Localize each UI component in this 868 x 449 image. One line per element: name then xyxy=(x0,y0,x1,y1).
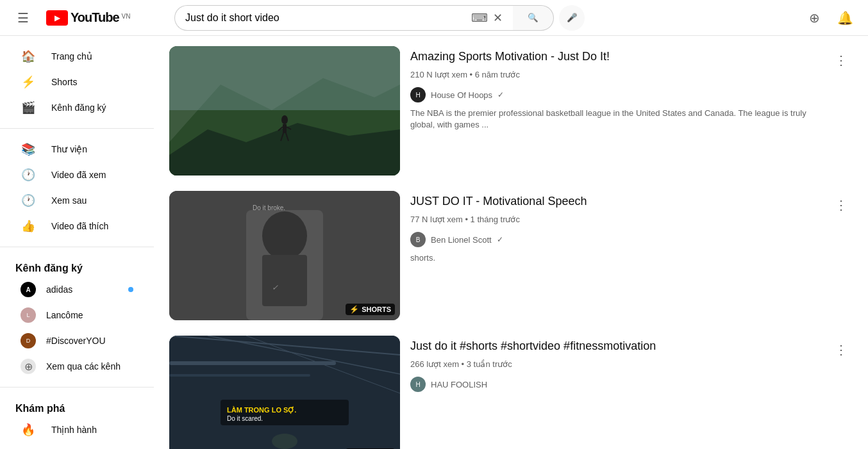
sidebar-label-subscriptions: Kênh đăng ký xyxy=(51,102,106,113)
header-left: ☰ YouTube VN xyxy=(10,5,164,31)
video-desc-2: shorts. xyxy=(410,252,830,264)
more-options-button-1[interactable]: ⋮ xyxy=(830,49,853,72)
sidebar-item-history[interactable]: 🕐 Video đã xem xyxy=(5,162,149,188)
sidebar-item-watch-later[interactable]: 🕐 Xem sau xyxy=(5,188,149,213)
more-options-button-3[interactable]: ⋮ xyxy=(830,338,853,361)
channel-initials-3: H xyxy=(415,381,420,388)
channel-initials-2: B xyxy=(416,236,421,243)
svg-text:Do it scared.: Do it scared. xyxy=(227,415,263,422)
subscriptions-icon: 🎬 xyxy=(21,100,36,115)
video-desc-1: The NBA is the premier professional bask… xyxy=(410,108,830,131)
sidebar-label-home: Trang chủ xyxy=(51,51,92,61)
sidebar-label-watch-later: Xem sau xyxy=(51,195,87,206)
sidebar-item-music[interactable]: 🎵 Âm nhạc xyxy=(5,443,149,449)
svg-text:LÀM TRONG LO SỢ.: LÀM TRONG LO SỢ. xyxy=(227,406,296,414)
video-title-3[interactable]: Just do it #shorts #shortvideo #fitnessm… xyxy=(410,338,830,354)
clear-icon[interactable]: ✕ xyxy=(493,11,503,25)
search-input-wrap: Just do it short video ⌨ ✕ xyxy=(174,5,513,31)
sidebar: 🏠 Trang chủ ⚡ Shorts 🎬 Kênh đăng ký 📚 Th… xyxy=(0,36,154,449)
adidas-avatar: A xyxy=(21,282,36,297)
video-age-2: 1 tháng trước xyxy=(471,215,520,224)
see-all-icon: ⊕ xyxy=(21,359,36,374)
lancome-avatar: L xyxy=(21,307,36,323)
notification-button[interactable]: 🔔 xyxy=(832,5,858,31)
mic-icon: 🎤 xyxy=(567,13,578,22)
sidebar-item-trending[interactable]: 🔥 Thịnh hành xyxy=(5,417,149,443)
keyboard-icon[interactable]: ⌨ xyxy=(471,11,488,25)
trending-label: Thịnh hành xyxy=(51,425,97,435)
video-title-2[interactable]: JUST DO IT - Motivational Speech xyxy=(410,193,830,209)
voice-search-button[interactable]: 🎤 xyxy=(559,5,585,31)
channel-name-3[interactable]: HAU FOOLISH xyxy=(431,380,487,389)
svg-text:Do it broke.: Do it broke. xyxy=(253,204,285,211)
channel-row-3: H HAU FOOLISH xyxy=(410,377,830,392)
sidebar-item-subscriptions[interactable]: 🎬 Kênh đăng ký xyxy=(5,95,149,120)
svg-rect-21 xyxy=(169,374,310,377)
video-info-2: JUST DO IT - Motivational Speech 77 N lư… xyxy=(410,191,853,320)
separator-1: • xyxy=(470,70,475,79)
channel-name-1[interactable]: House Of Hoops xyxy=(431,90,492,100)
video-age-1: 6 năm trước xyxy=(475,70,520,79)
channel-avatar-1[interactable]: H xyxy=(410,87,426,102)
sidebar-divider-1 xyxy=(0,128,154,129)
svg-rect-13 xyxy=(262,255,307,306)
create-icon: ⊕ xyxy=(809,10,820,26)
hamburger-icon: ☰ xyxy=(17,10,29,26)
create-button[interactable]: ⊕ xyxy=(801,5,827,31)
see-all-label: Xem qua các kênh xyxy=(46,361,121,371)
sidebar-item-liked[interactable]: 👍 Video đã thích xyxy=(5,213,149,239)
video-item: Amazing Sports Motivation - Just Do It! … xyxy=(169,46,853,176)
sidebar-label-liked: Video đã thích xyxy=(51,221,108,231)
discoveryou-avatar: D xyxy=(21,333,36,348)
shorts-lightning-icon-2: ⚡ xyxy=(349,305,359,314)
sidebar-label-shorts: Shorts xyxy=(51,77,77,87)
channel-row-1: H House Of Hoops ✓ xyxy=(410,87,830,102)
video-title-1[interactable]: Amazing Sports Motivation - Just Do It! xyxy=(410,49,830,65)
logo[interactable]: YouTube VN xyxy=(46,10,130,26)
liked-icon: 👍 xyxy=(21,218,36,234)
channel-avatar-2[interactable]: B xyxy=(410,232,426,247)
video-info-3: Just do it #shorts #shortvideo #fitnessm… xyxy=(410,336,853,449)
video-details-2: JUST DO IT - Motivational Speech 77 N lư… xyxy=(410,193,830,264)
menu-button[interactable]: ☰ xyxy=(10,5,36,31)
video-item-3: LÀM TRONG LO SỢ. Do it scared. ⚡ SHORTS … xyxy=(169,336,853,449)
view-count-2: 77 N lượt xem xyxy=(410,215,463,224)
trending-icon: 🔥 xyxy=(21,422,36,437)
channel-row-2: B Ben Lionel Scott ✓ xyxy=(410,232,830,247)
video-thumbnail-3[interactable]: LÀM TRONG LO SỢ. Do it scared. ⚡ SHORTS xyxy=(169,336,400,449)
layout: 🏠 Trang chủ ⚡ Shorts 🎬 Kênh đăng ký 📚 Th… xyxy=(0,0,868,449)
search-input[interactable]: Just do it short video xyxy=(185,12,471,24)
notification-icon: 🔔 xyxy=(837,10,853,26)
video-thumbnail-1[interactable] xyxy=(169,46,400,176)
sidebar-item-lancome[interactable]: L Lancôme xyxy=(5,302,149,328)
search-button[interactable]: 🔍 xyxy=(513,5,554,31)
video-meta-1: 210 N lượt xem • 6 năm trước xyxy=(410,70,830,79)
notification-dot-adidas xyxy=(128,287,133,292)
sidebar-item-home[interactable]: 🏠 Trang chủ xyxy=(5,44,149,69)
video-header-3: Just do it #shorts #shortvideo #fitnessm… xyxy=(410,338,853,397)
svg-rect-20 xyxy=(169,361,336,365)
sidebar-item-adidas[interactable]: A adidas xyxy=(5,277,149,302)
video-age-3: 3 tuần trước xyxy=(467,359,512,369)
video-meta-3: 266 lượt xem • 3 tuần trước xyxy=(410,359,830,369)
channel-avatar-3[interactable]: H xyxy=(410,377,426,392)
sidebar-item-see-all-channels[interactable]: ⊕ Xem qua các kênh xyxy=(5,354,149,379)
svg-point-4 xyxy=(281,115,288,124)
more-options-button-2[interactable]: ⋮ xyxy=(830,193,853,216)
shorts-badge-text-2: SHORTS xyxy=(362,306,391,313)
svg-text:✓: ✓ xyxy=(272,283,278,292)
sidebar-item-shorts[interactable]: ⚡ Shorts xyxy=(5,69,149,95)
adidas-label: adidas xyxy=(46,284,72,295)
channel-name-2[interactable]: Ben Lionel Scott xyxy=(431,235,492,245)
video-details-3: Just do it #shorts #shortvideo #fitnessm… xyxy=(410,338,830,397)
sidebar-item-discoveryou[interactable]: D #DiscoverYOU xyxy=(5,328,149,354)
shorts-badge-2: ⚡ SHORTS xyxy=(346,304,395,315)
view-count-3: 266 lượt xem xyxy=(410,359,459,369)
video-info-1: Amazing Sports Motivation - Just Do It! … xyxy=(410,46,853,176)
header: ☰ YouTube VN Just do it short video ⌨ ✕ … xyxy=(0,0,868,36)
video-thumbnail-2[interactable]: ✓ Do it broke. ⚡ SHORTS xyxy=(169,191,400,320)
watch-later-icon: 🕐 xyxy=(21,193,36,208)
sidebar-item-library[interactable]: 📚 Thư viện xyxy=(5,136,149,162)
view-count-1: 210 N lượt xem xyxy=(410,70,467,79)
video-header-2: JUST DO IT - Motivational Speech 77 N lư… xyxy=(410,193,853,264)
